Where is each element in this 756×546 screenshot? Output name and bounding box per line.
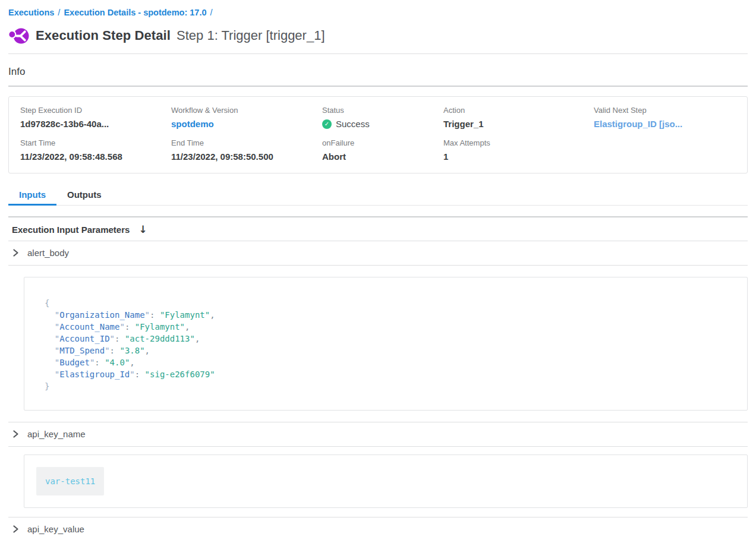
- info-field-onfailure: onFailureAbort: [322, 138, 443, 162]
- field-value-end-time: 11/23/2022, 09:58:50.500: [171, 152, 322, 162]
- field-label: Start Time: [20, 138, 171, 147]
- info-field-status: StatusSuccess: [322, 106, 443, 129]
- chevron-right-icon: [12, 430, 20, 438]
- param-name: alert_body: [27, 248, 69, 258]
- json-code-block-alert-body: { "Organization_Name": "Fylamynt", "Acco…: [24, 277, 748, 411]
- breadcrumb: Executions/Execution Details - spotdemo:…: [8, 0, 748, 17]
- info-field-valid-next-step: Valid Next StepElastigroup_ID [jso...: [594, 106, 747, 129]
- info-field-workflow-version: Workflow & Versionspotdemo: [171, 106, 322, 129]
- header-divider: [8, 53, 748, 54]
- chevron-right-icon: [12, 249, 20, 257]
- field-label: Max Attempts: [443, 138, 594, 147]
- breadcrumb-link-executions[interactable]: Executions: [8, 8, 54, 17]
- breadcrumb-link-execution-details[interactable]: Execution Details - spotdemo: 17.0: [64, 8, 206, 17]
- param-row-api-key-name[interactable]: api_key_name: [8, 422, 748, 446]
- section-heading: Execution Input Parameters: [12, 225, 130, 235]
- value-box-api-key-name: var-test11: [24, 455, 748, 508]
- field-label: onFailure: [322, 138, 443, 147]
- success-check-icon: [322, 119, 332, 129]
- info-field-action: ActionTrigger_1: [443, 106, 594, 129]
- status-badge: Success: [322, 119, 443, 129]
- info-card: Step Execution ID1d97828c-13b6-40a...Wor…: [8, 96, 748, 173]
- input-parameters-list: alert_body{ "Organization_Name": "Fylamy…: [8, 241, 748, 541]
- info-field-step-execution-id: Step Execution ID1d97828c-13b6-40a...: [20, 106, 171, 129]
- field-value-max-attempts: 1: [443, 152, 594, 162]
- execution-input-parameters-header: Execution Input Parameters: [8, 217, 748, 241]
- execution-step-detail-page: Executions/Execution Details - spotdemo:…: [0, 0, 756, 546]
- param-divider: [8, 446, 748, 447]
- chevron-right-icon: [12, 525, 20, 533]
- info-field-max-attempts: Max Attempts1: [443, 138, 594, 162]
- page-subtitle: Step 1: Trigger [trigger_1]: [177, 28, 325, 43]
- field-value-action: Trigger_1: [443, 119, 594, 129]
- tab-bar: InputsOutputs: [8, 185, 748, 206]
- info-heading-divider: [8, 86, 748, 87]
- field-label: Step Execution ID: [20, 106, 171, 115]
- param-value-chip: var-test11: [36, 467, 104, 495]
- param-divider: [8, 265, 748, 266]
- down-arrow-icon[interactable]: [138, 225, 147, 235]
- field-value-start-time: 11/23/2022, 09:58:48.568: [20, 152, 171, 162]
- tab-inputs[interactable]: Inputs: [8, 185, 56, 206]
- page-title-row: Execution Step Detail Step 1: Trigger [t…: [8, 25, 748, 46]
- field-value-workflow-version[interactable]: spotdemo: [171, 119, 322, 129]
- field-value-valid-next-step[interactable]: Elastigroup_ID [jso...: [594, 119, 747, 129]
- param-row-api-key-value[interactable]: api_key_value: [8, 517, 748, 541]
- tab-outputs[interactable]: Outputs: [56, 185, 112, 206]
- breadcrumb-separator: /: [210, 8, 213, 17]
- param-row-alert-body[interactable]: alert_body: [8, 241, 748, 265]
- field-label: Action: [443, 106, 594, 115]
- field-value-step-execution-id: 1d97828c-13b6-40a...: [20, 119, 171, 129]
- breadcrumb-separator: /: [58, 8, 60, 17]
- json-code: { "Organization_Name": "Fylamynt", "Acco…: [45, 297, 735, 392]
- status-text: Success: [336, 119, 370, 129]
- field-label: Status: [322, 106, 443, 115]
- fylamynt-logo-icon: [8, 26, 29, 46]
- field-label: Workflow & Version: [171, 106, 322, 115]
- param-name: api_key_value: [27, 524, 84, 534]
- info-field-start-time: Start Time11/23/2022, 09:58:48.568: [20, 138, 171, 162]
- field-label: Valid Next Step: [594, 106, 747, 115]
- field-label: End Time: [171, 138, 322, 147]
- field-value-onfailure: Abort: [322, 152, 443, 162]
- page-title: Execution Step Detail: [36, 28, 171, 43]
- info-heading: Info: [8, 66, 748, 78]
- param-name: api_key_name: [27, 429, 86, 439]
- info-field-end-time: End Time11/23/2022, 09:58:50.500: [171, 138, 322, 162]
